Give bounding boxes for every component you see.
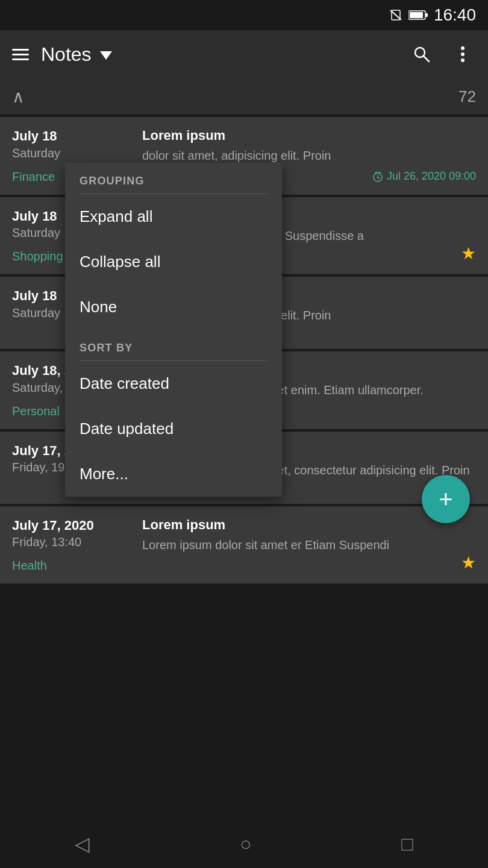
note-date: July 17, 2020 <box>12 517 133 535</box>
app-title: Notes <box>41 43 396 66</box>
date-updated-item[interactable]: Date updated <box>65 406 282 451</box>
home-button[interactable]: ○ <box>240 833 251 855</box>
app-bar-actions <box>408 41 476 68</box>
more-options-button[interactable] <box>449 41 476 68</box>
recents-button[interactable]: □ <box>401 833 413 855</box>
svg-point-8 <box>461 58 465 62</box>
menu-button[interactable] <box>12 49 29 60</box>
note-title: Lorem ipsum <box>142 128 476 143</box>
group-count: 72 <box>458 87 476 106</box>
status-icons: 16:40 <box>389 5 476 25</box>
title-dropdown-triangle[interactable] <box>100 51 112 60</box>
group-header[interactable]: ∧ 72 <box>0 78 488 115</box>
fab-add-button[interactable]: + <box>422 475 470 523</box>
status-time: 16:40 <box>434 5 476 25</box>
svg-rect-3 <box>410 12 423 18</box>
note-preview: dolor sit amet, adipisicing elit. Proin <box>142 147 476 164</box>
collapse-chevron[interactable]: ∧ <box>12 87 25 107</box>
svg-point-6 <box>461 46 465 50</box>
alarm-icon <box>372 171 383 182</box>
note-card[interactable]: July 17, 2020 Friday, 13:40 Health Lorem… <box>0 506 488 584</box>
svg-point-7 <box>461 52 465 56</box>
note-tag: Health <box>12 559 133 573</box>
star-icon: ★ <box>461 553 476 573</box>
note-day: Friday, 13:40 <box>12 535 133 549</box>
note-date: July 18 <box>12 128 133 145</box>
search-button[interactable] <box>408 41 435 68</box>
app-bar: Notes <box>0 30 488 78</box>
note-date-section: July 17, 2020 Friday, 13:40 Health <box>12 517 133 573</box>
collapse-all-item[interactable]: Collapse all <box>65 239 282 285</box>
svg-line-5 <box>424 56 429 61</box>
battery-icon <box>408 10 428 20</box>
star-icon: ★ <box>461 244 476 263</box>
back-button[interactable]: ◁ <box>75 832 90 855</box>
date-created-item[interactable]: Date created <box>65 361 282 406</box>
expand-all-item[interactable]: Expand all <box>65 194 282 239</box>
note-preview: Lorem ipsum dolor sit amet er Etiam Susp… <box>142 536 476 553</box>
sort-by-section-title: SORT BY <box>65 330 282 360</box>
svg-rect-2 <box>425 13 428 17</box>
nav-bar: ◁ ○ □ <box>0 820 488 868</box>
grouping-section-title: GROUPING <box>65 163 282 193</box>
more-item[interactable]: More... <box>65 451 282 497</box>
note-content: Lorem ipsum Lorem ipsum dolor sit amet e… <box>142 517 476 573</box>
notes-container: ∧ 72 July 18 Saturday Finance Lorem ipsu… <box>0 78 488 583</box>
note-title: Lorem ipsum <box>142 517 476 533</box>
status-bar: 16:40 <box>0 0 488 30</box>
note-day: Saturday <box>12 146 133 160</box>
no-sim-icon <box>389 9 402 21</box>
none-item[interactable]: None <box>65 285 282 330</box>
grouping-dropdown: GROUPING Expand all Collapse all None SO… <box>65 163 282 497</box>
